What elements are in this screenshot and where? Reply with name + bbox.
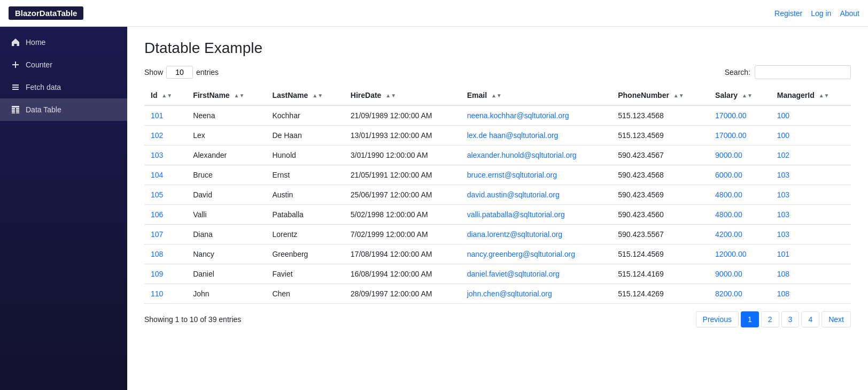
cell-managerid: 102 — [771, 146, 851, 165]
cell-salary: 9000.00 — [709, 264, 771, 284]
cell-email: valli.pataballa@sqltutorial.org — [461, 205, 611, 225]
col-id[interactable]: Id ▲▼ — [144, 86, 187, 105]
data-table: Id ▲▼ FirstName ▲▼ LastName ▲▼ HireDate … — [144, 86, 851, 304]
table-row: 101 Neena Kochhar 21/09/1989 12:00:00 AM… — [144, 105, 851, 126]
col-email[interactable]: Email ▲▼ — [461, 86, 611, 105]
col-lastname[interactable]: LastName ▲▼ — [266, 86, 344, 105]
svg-rect-7 — [16, 110, 19, 112]
cell-hiredate: 28/09/1997 12:00:00 AM — [344, 284, 461, 304]
cell-phonenumber: 590.423.4560 — [611, 205, 709, 225]
cell-email: john.chen@sqltutorial.org — [461, 284, 611, 304]
col-salary[interactable]: Salary ▲▼ — [709, 86, 771, 105]
sort-icon-lastname: ▲▼ — [312, 93, 323, 98]
cell-hiredate: 3/01/1990 12:00:00 AM — [344, 146, 461, 165]
previous-button[interactable]: Previous — [696, 311, 739, 327]
cell-phonenumber: 515.124.4169 — [611, 264, 709, 284]
page-4-button[interactable]: 4 — [801, 311, 819, 327]
cell-hiredate: 25/06/1997 12:00:00 AM — [344, 185, 461, 205]
cell-phonenumber: 590.423.4568 — [611, 165, 709, 185]
entries-label: entries — [196, 68, 219, 77]
cell-phonenumber: 515.123.4568 — [611, 105, 709, 126]
svg-rect-5 — [16, 108, 19, 110]
layout: Home Counter Fetch data — [0, 27, 868, 390]
cell-phonenumber: 590.423.5567 — [611, 225, 709, 244]
cell-id: 104 — [144, 165, 187, 185]
sidebar-item-counter[interactable]: Counter — [0, 53, 127, 76]
home-icon — [11, 37, 20, 47]
navbar-links: Register Log in About — [774, 9, 859, 18]
page-2-button[interactable]: 2 — [761, 311, 779, 327]
cell-email: neena.kochhar@sqltutorial.org — [461, 105, 611, 126]
svg-rect-9 — [16, 112, 19, 113]
show-entries-input[interactable]: 10 — [166, 66, 193, 79]
svg-rect-4 — [12, 108, 15, 110]
sidebar-item-home[interactable]: Home — [0, 31, 127, 53]
col-hiredate[interactable]: HireDate ▲▼ — [344, 86, 461, 105]
register-link[interactable]: Register — [774, 9, 802, 18]
search-box: Search: — [725, 65, 851, 79]
login-link[interactable]: Log in — [811, 9, 831, 18]
cell-lastname: Greenberg — [266, 244, 344, 264]
cell-hiredate: 17/08/1994 12:00:00 AM — [344, 244, 461, 264]
sidebar-item-data-table[interactable]: Data Table — [0, 98, 127, 121]
cell-hiredate: 21/05/1991 12:00:00 AM — [344, 165, 461, 185]
table-controls-top: Show 10 entries Search: — [144, 65, 851, 79]
brand-link[interactable]: BlazorDataTable — [9, 6, 83, 20]
svg-rect-3 — [12, 106, 19, 108]
page-3-button[interactable]: 3 — [781, 311, 800, 327]
table-row: 103 Alexander Hunold 3/01/1990 12:00:00 … — [144, 146, 851, 165]
cell-email: alexander.hunold@sqltutorial.org — [461, 146, 611, 165]
cell-id: 103 — [144, 146, 187, 165]
cell-firstname: Lex — [187, 126, 266, 146]
cell-id: 105 — [144, 185, 187, 205]
cell-email: lex.de haan@sqltutorial.org — [461, 126, 611, 146]
cell-managerid: 103 — [771, 165, 851, 185]
pagination: Previous 1 2 3 4 Next — [696, 311, 851, 327]
page-1-button[interactable]: 1 — [741, 311, 759, 327]
cell-email: daniel.faviet@sqltutorial.org — [461, 264, 611, 284]
cell-salary: 12000.00 — [709, 244, 771, 264]
about-link[interactable]: About — [840, 9, 859, 18]
col-phonenumber[interactable]: PhoneNumber ▲▼ — [611, 86, 709, 105]
cell-salary: 17000.00 — [709, 105, 771, 126]
cell-id: 107 — [144, 225, 187, 244]
sort-icon-id: ▲▼ — [161, 93, 172, 98]
cell-hiredate: 13/01/1993 12:00:00 AM — [344, 126, 461, 146]
cell-firstname: Nancy — [187, 244, 266, 264]
table-row: 109 Daniel Faviet 16/08/1994 12:00:00 AM… — [144, 264, 851, 284]
svg-rect-0 — [12, 85, 19, 86]
sidebar-item-fetch-data-label: Fetch data — [26, 83, 61, 91]
cell-managerid: 103 — [771, 205, 851, 225]
table-header: Id ▲▼ FirstName ▲▼ LastName ▲▼ HireDate … — [144, 86, 851, 105]
cell-managerid: 100 — [771, 126, 851, 146]
next-button[interactable]: Next — [821, 311, 851, 327]
cell-firstname: Valli — [187, 205, 266, 225]
cell-lastname: Faviet — [266, 264, 344, 284]
sort-icon-firstname: ▲▼ — [234, 93, 245, 98]
svg-rect-1 — [12, 87, 19, 88]
search-input[interactable] — [755, 65, 851, 79]
col-managerid[interactable]: ManagerId ▲▼ — [771, 86, 851, 105]
show-entries-control: Show 10 entries — [144, 66, 219, 79]
cell-id: 106 — [144, 205, 187, 225]
cell-phonenumber: 515.124.4569 — [611, 244, 709, 264]
navbar: BlazorDataTable Register Log in About — [0, 0, 868, 27]
cell-email: bruce.ernst@sqltutorial.org — [461, 165, 611, 185]
cell-firstname: David — [187, 185, 266, 205]
sidebar-item-home-label: Home — [26, 38, 45, 47]
list-icon — [11, 82, 20, 92]
cell-lastname: Lorentz — [266, 225, 344, 244]
col-firstname[interactable]: FirstName ▲▼ — [187, 86, 266, 105]
sidebar-item-counter-label: Counter — [26, 60, 52, 69]
svg-rect-8 — [12, 112, 15, 113]
sidebar-item-data-table-label: Data Table — [26, 105, 61, 114]
cell-lastname: Pataballa — [266, 205, 344, 225]
sort-icon-managerid: ▲▼ — [819, 93, 830, 98]
cell-managerid: 103 — [771, 225, 851, 244]
cell-hiredate: 5/02/1998 12:00:00 AM — [344, 205, 461, 225]
table-row: 105 David Austin 25/06/1997 12:00:00 AM … — [144, 185, 851, 205]
table-row: 107 Diana Lorentz 7/02/1999 12:00:00 AM … — [144, 225, 851, 244]
sort-icon-salary: ▲▼ — [742, 93, 753, 98]
sidebar-item-fetch-data[interactable]: Fetch data — [0, 76, 127, 98]
showing-text: Showing 1 to 10 of 39 entries — [144, 315, 241, 324]
